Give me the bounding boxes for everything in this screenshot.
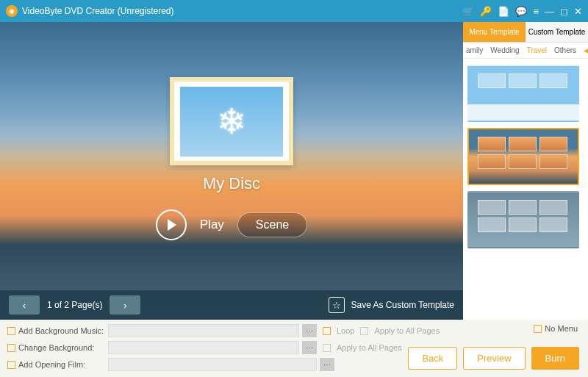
bg-music-checkbox[interactable] [7,327,15,335]
loop-label: Loop [337,326,354,335]
chat-icon[interactable]: 💬 [515,6,527,17]
preview-button[interactable]: Preview [463,347,525,370]
cat-wedding[interactable]: Wedding [490,46,519,54]
scene-button[interactable]: Scene [237,212,307,237]
app-title: VideoByte DVD Creator (Unregistered) [22,6,174,16]
bg-music-label: Add Background Music: [18,326,105,335]
template-thumb-1[interactable] [467,65,579,122]
disc-title[interactable]: My Disc [203,174,260,193]
save-template-label: Save As Custom Template [351,300,454,310]
bg-music-input[interactable] [108,324,299,337]
play-label[interactable]: Play [200,218,224,232]
template-sidebar: Menu Template Custom Template amily Wedd… [463,22,588,320]
loop-checkbox[interactable] [323,327,331,335]
template-thumb-3[interactable] [467,191,579,248]
apply-music-checkbox[interactable] [360,327,368,335]
cat-others[interactable]: Others [554,46,576,54]
apply-bg-checkbox[interactable] [323,344,331,352]
change-bg-input[interactable] [108,341,299,354]
burn-button[interactable]: Burn [531,347,579,370]
tab-custom-template[interactable]: Custom Template [526,22,588,42]
cart-icon[interactable]: 🛒 [462,6,474,17]
minimize-icon[interactable]: — [545,6,554,17]
menu-icon[interactable]: ≡ [533,6,539,17]
opening-browse[interactable]: ⋯ [320,358,334,371]
cat-family[interactable]: amily [466,46,483,54]
opening-checkbox[interactable] [7,361,15,369]
save-template-button[interactable]: ☆ Save As Custom Template [329,297,454,313]
snowflake-icon: ❄ [217,101,246,142]
prev-page-button[interactable]: ‹ [9,295,40,315]
opening-label: Add Opening Film: [18,360,105,369]
back-button[interactable]: Back [408,347,457,370]
app-logo-icon: ◉ [6,5,18,17]
change-bg-label: Change Background: [18,343,105,352]
tab-menu-template[interactable]: Menu Template [463,22,526,42]
change-bg-checkbox[interactable] [7,344,15,352]
change-bg-browse[interactable]: ⋯ [302,341,317,354]
play-button[interactable] [156,209,187,240]
titlebar: ◉ VideoByte DVD Creator (Unregistered) 🛒… [0,0,588,22]
opening-input[interactable] [108,358,317,371]
apply-music-label: Apply to All Pages [374,326,440,335]
titlebar-actions: 🛒 🔑 📄 💬 ≡ — ◻ ✕ [462,6,582,17]
maximize-icon[interactable]: ◻ [560,6,568,17]
menu-thumbnail-frame[interactable]: ❄ [170,77,293,165]
page-indicator: 1 of 2 Page(s) [47,300,102,310]
apply-bg-label: Apply to All Pages [337,343,402,352]
template-thumb-2[interactable] [467,128,579,185]
cat-scroll-icon[interactable]: ◀▶ [584,46,588,54]
no-menu-label: No Menu [545,324,578,333]
pager-bar: ‹ 1 of 2 Page(s) › ☆ Save As Custom Temp… [0,290,463,320]
cat-travel[interactable]: Travel [527,46,547,54]
star-icon: ☆ [329,297,345,313]
file-icon[interactable]: 📄 [498,6,509,17]
bottom-panel: Add Background Music: ⋯ Loop Apply to Al… [0,320,588,377]
category-row: amily Wedding Travel Others ◀▶ [463,43,588,59]
no-menu-checkbox[interactable] [534,325,542,333]
key-icon[interactable]: 🔑 [480,6,492,17]
bg-music-browse[interactable]: ⋯ [302,324,317,337]
next-page-button[interactable]: › [110,295,140,315]
close-icon[interactable]: ✕ [574,6,582,17]
preview-panel: ❄ My Disc Play Scene ‹ 1 of 2 Page(s) › … [0,22,463,320]
